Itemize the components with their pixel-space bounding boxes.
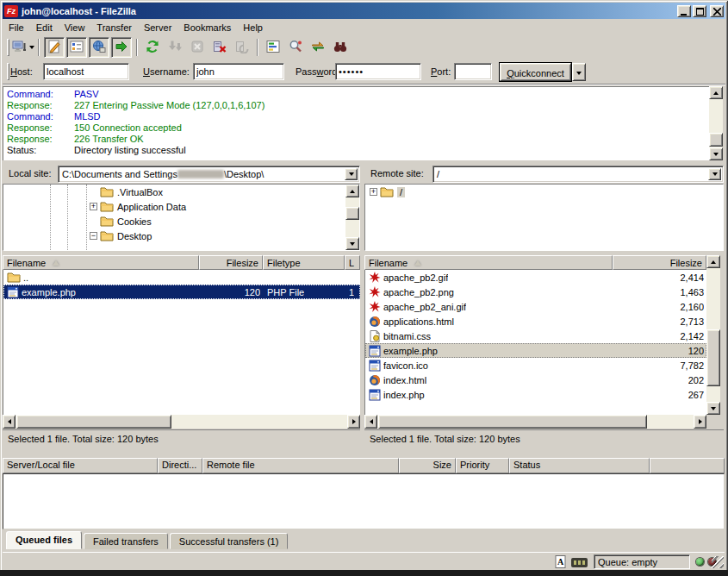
- password-input[interactable]: [335, 63, 421, 80]
- file-row-favicon-ico[interactable]: favicon.ico7,782: [365, 358, 706, 373]
- menu-item-bookmarks[interactable]: Bookmarks: [177, 21, 237, 34]
- remote-list-hscrollbar[interactable]: [364, 415, 706, 429]
- encryption-status-icon[interactable]: [571, 558, 588, 569]
- scroll-up-button[interactable]: [709, 86, 723, 99]
- tree-item-desktop[interactable]: −Desktop: [3, 229, 359, 243]
- collapse-minus-icon[interactable]: −: [90, 232, 97, 240]
- file-row-apache-pb2-png[interactable]: apache_pb2.png1,463: [365, 285, 706, 299]
- filezilla-app-icon[interactable]: Fz: [4, 5, 18, 17]
- scroll-thumb[interactable]: [16, 415, 171, 429]
- scroll-up-button[interactable]: [345, 185, 359, 197]
- reconnect-button[interactable]: [232, 37, 252, 58]
- queue-column-remote-file[interactable]: Remote file: [202, 458, 399, 473]
- toggle-transfer-queue-button[interactable]: [111, 37, 132, 58]
- file-row-index-php[interactable]: index.php267: [365, 387, 706, 402]
- find-files-button[interactable]: [330, 37, 351, 58]
- maximize-button[interactable]: [693, 5, 706, 17]
- cancel-operation-button[interactable]: [187, 37, 208, 58]
- queue-list-area[interactable]: [3, 473, 725, 529]
- column-header-l[interactable]: L: [345, 255, 360, 270]
- file-row-example-php[interactable]: example.php120: [365, 343, 706, 358]
- column-header-filename[interactable]: Filename: [364, 255, 613, 270]
- scroll-down-button[interactable]: [709, 147, 723, 160]
- quickconnect-dropdown-button[interactable]: [572, 63, 586, 81]
- scroll-right-button[interactable]: [347, 415, 360, 429]
- file-row-apache-pb2-ani-gif[interactable]: apache_pb2_ani.gif2,160: [365, 299, 706, 314]
- toolbar-grip[interactable]: [7, 39, 9, 56]
- file-row-index-html[interactable]: index.html202: [365, 373, 706, 387]
- host-input[interactable]: [43, 63, 129, 80]
- queue-column-priority[interactable]: Priority: [456, 458, 509, 473]
- toggle-local-tree-button[interactable]: [66, 37, 87, 58]
- scroll-up-button[interactable]: [706, 255, 720, 268]
- file-row-apache-pb2-gif[interactable]: apache_pb2.gif2,414: [365, 270, 706, 285]
- local-tree-scrollbar[interactable]: [345, 185, 359, 250]
- tree-item-cookies[interactable]: Cookies: [3, 214, 359, 229]
- quickbar-grip[interactable]: [7, 63, 9, 80]
- remote-site-combo[interactable]: /: [432, 166, 724, 183]
- filename-cell: apache_pb2.png: [365, 285, 613, 299]
- directory-comparison-button[interactable]: [285, 37, 306, 58]
- ascii-type-icon[interactable]: A: [555, 555, 567, 570]
- tree-item--virtualbox[interactable]: .VirtualBox: [3, 185, 359, 199]
- menu-item-server[interactable]: Server: [138, 21, 177, 34]
- tab-queued-files[interactable]: Queued files: [6, 531, 82, 549]
- queue-column-server-local-file[interactable]: Server/Local file: [3, 458, 158, 473]
- menu-item-help[interactable]: Help: [237, 21, 269, 34]
- folder-icon: [100, 230, 114, 241]
- queue-column-directi-[interactable]: Directi...: [158, 458, 202, 473]
- minimize-button[interactable]: [677, 5, 691, 17]
- queue-column-status[interactable]: Status: [509, 458, 650, 473]
- quickconnect-button[interactable]: Quickconnect: [500, 63, 571, 81]
- menu-item-file[interactable]: File: [3, 21, 30, 34]
- refresh-file-lists-button[interactable]: [142, 37, 163, 58]
- file-row-example-php[interactable]: example.php120PHP File1: [3, 285, 360, 299]
- expand-plus-icon[interactable]: +: [370, 188, 377, 196]
- message-log-scrollbar[interactable]: [709, 86, 723, 160]
- queue-column-size[interactable]: Size: [399, 458, 456, 473]
- scroll-thumb[interactable]: [709, 133, 723, 147]
- remote-list-scrollbar[interactable]: [706, 255, 720, 415]
- scroll-thumb[interactable]: [378, 415, 647, 429]
- tab-failed-transfers[interactable]: Failed transfers: [84, 533, 168, 549]
- toggle-message-log-button[interactable]: [44, 37, 65, 58]
- scroll-down-button[interactable]: [706, 402, 720, 415]
- menu-item-edit[interactable]: Edit: [30, 21, 59, 34]
- scroll-left-button[interactable]: [364, 415, 377, 429]
- disconnect-button[interactable]: [209, 37, 230, 58]
- scroll-thumb[interactable]: [706, 329, 720, 386]
- scroll-left-button[interactable]: [3, 415, 16, 429]
- expand-plus-icon[interactable]: +: [90, 203, 97, 210]
- column-header-filesize[interactable]: Filesize: [613, 255, 706, 270]
- local-combo-arrow[interactable]: [345, 168, 358, 180]
- remote-combo-arrow[interactable]: [708, 168, 721, 180]
- synchronized-browsing-button[interactable]: [308, 37, 328, 58]
- close-button[interactable]: [710, 5, 724, 17]
- local-site-combo[interactable]: C:\Documents and Settings\Desktop\: [58, 166, 360, 183]
- file-row-bitnami-css[interactable]: bitnami.css2,142: [365, 329, 706, 343]
- toggle-remote-tree-button[interactable]: [89, 37, 109, 58]
- port-input[interactable]: [454, 63, 492, 80]
- username-input[interactable]: [193, 63, 284, 80]
- cell-text: apache_pb2_ani.gif: [383, 302, 466, 312]
- resize-grip[interactable]: [712, 556, 724, 568]
- column-header-filetype[interactable]: Filetype: [263, 255, 345, 270]
- file-row-applications-html[interactable]: applications.html2,713: [365, 314, 706, 329]
- directory-listing-filters-button[interactable]: [263, 37, 283, 58]
- menu-item-transfer[interactable]: Transfer: [90, 21, 138, 34]
- local-path-value: C:\Documents and Settings\Desktop\: [62, 169, 264, 179]
- column-header-filename[interactable]: Filename: [3, 255, 199, 270]
- tab-successful-transfers-1-[interactable]: Successful transfers (1): [170, 533, 289, 549]
- process-queue-button[interactable]: [165, 37, 185, 58]
- title-bar[interactable]: Fz john@localhost - FileZilla: [3, 3, 725, 19]
- local-list-hscrollbar[interactable]: [3, 415, 360, 429]
- scroll-down-button[interactable]: [345, 237, 359, 250]
- scroll-right-button[interactable]: [694, 415, 706, 429]
- column-header-filesize[interactable]: Filesize: [199, 255, 263, 270]
- menu-item-view[interactable]: View: [59, 21, 91, 34]
- scroll-thumb[interactable]: [345, 207, 359, 220]
- tree-item--[interactable]: +/: [365, 185, 723, 199]
- tree-item-application-data[interactable]: +Application Data: [3, 199, 359, 214]
- file-row--[interactable]: ..: [3, 270, 360, 285]
- site-manager-button[interactable]: [13, 37, 34, 58]
